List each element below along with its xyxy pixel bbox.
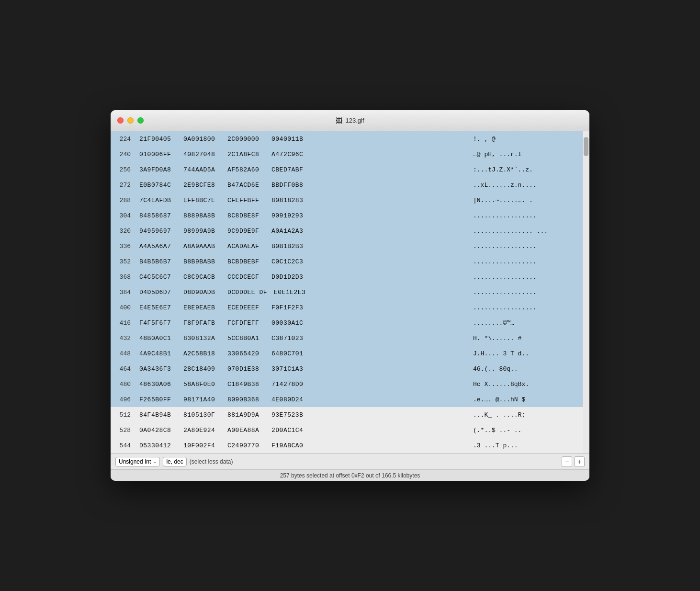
- table-row[interactable]: 272E0B0784C2E9BCFE8B47ACD6EBBDFF0B8..xL.…: [111, 177, 583, 193]
- hex-group[interactable]: 2A80E924: [183, 427, 221, 434]
- hex-group[interactable]: A472C96C: [271, 151, 309, 158]
- hex-group[interactable]: 84858687: [139, 212, 177, 219]
- hex-group[interactable]: 00030A1C: [271, 319, 309, 327]
- hex-group[interactable]: 90919293: [271, 212, 309, 219]
- hex-group[interactable]: 58A8F0E0: [183, 381, 221, 388]
- hex-group[interactable]: 2D0AC1C4: [271, 427, 309, 434]
- hex-group[interactable]: 010006FF: [139, 151, 177, 158]
- hex-group[interactable]: 2C000000: [227, 136, 265, 143]
- hex-group[interactable]: 8105130F: [183, 411, 221, 419]
- table-row[interactable]: 51284F4B94B8105130F881A9D9A93E7523B...K_…: [111, 407, 583, 422]
- scrollbar[interactable]: [583, 131, 589, 453]
- hex-group[interactable]: E0B0784C: [139, 182, 177, 189]
- table-row[interactable]: 2887C4EAFDBEFF8BC7ECFEFFBFF80818283|N...…: [111, 193, 583, 208]
- hex-group[interactable]: C2490770: [227, 442, 265, 449]
- hex-group[interactable]: B8B9BABB: [183, 258, 221, 265]
- table-row[interactable]: 48048630A0658A8F0E0C1849B38714278D0Hc X.…: [111, 376, 583, 392]
- hex-group[interactable]: B4B5B6B7: [139, 258, 177, 265]
- table-row[interactable]: 544D533041210F002F4C2490770F19ABCA0.3 ..…: [111, 438, 583, 453]
- hex-group[interactable]: 6480C701: [271, 350, 309, 357]
- hex-group[interactable]: 3A9FD0A8: [139, 166, 177, 173]
- table-row[interactable]: 4640A3436F328C18409070D1E383071C1A3 46.(…: [111, 361, 583, 376]
- hex-group[interactable]: 8308132A: [183, 335, 221, 342]
- hex-group[interactable]: 48B0A0C1: [139, 335, 177, 342]
- hex-group[interactable]: 48630A06: [139, 381, 177, 388]
- hex-group[interactable]: 33065420: [227, 350, 265, 357]
- hex-group[interactable]: 28C18409: [183, 365, 221, 373]
- hex-group[interactable]: 3071C1A3: [271, 365, 309, 373]
- hex-group[interactable]: 88898A8B: [183, 212, 221, 219]
- hex-group[interactable]: 4A9C48B1: [139, 350, 177, 357]
- endian-dropdown[interactable]: le, dec: [163, 457, 186, 466]
- hex-group[interactable]: E8E9EAEB: [183, 304, 221, 311]
- hex-group[interactable]: D0D1D2D3: [271, 273, 309, 281]
- hex-group[interactable]: 21F90405: [139, 136, 177, 143]
- hex-group[interactable]: A00EA88A: [227, 427, 265, 434]
- hex-group[interactable]: 0040011B: [271, 136, 309, 143]
- hex-group[interactable]: AF582A60: [227, 166, 265, 173]
- hex-group[interactable]: C1849B38: [227, 381, 265, 388]
- hex-group[interactable]: A2C58B18: [183, 350, 221, 357]
- hex-group[interactable]: 10F002F4: [183, 442, 221, 449]
- hex-group[interactable]: 40827048: [183, 151, 221, 158]
- hex-group[interactable]: 881A9D9A: [227, 411, 265, 419]
- hex-group[interactable]: F0F1F2F3: [271, 304, 309, 311]
- hex-group[interactable]: 2E9BCFE8: [183, 182, 221, 189]
- hex-group[interactable]: 93E7523B: [271, 411, 309, 419]
- table-row[interactable]: 384D4D5D6D7D8D9DADBDCDDDEE DFE0E1E2E3...…: [111, 284, 583, 300]
- hex-group[interactable]: B47ACD6E: [227, 182, 265, 189]
- hex-group[interactable]: D4D5D6D7: [139, 289, 177, 296]
- hex-group[interactable]: BCBDBEBF: [227, 258, 265, 265]
- hex-group[interactable]: E0E1E2E3: [274, 289, 311, 296]
- hex-group[interactable]: CBED7ABF: [271, 166, 309, 173]
- table-row[interactable]: 336A4A5A6A7A8A9AAABACADAEAFB0B1B2B3.....…: [111, 239, 583, 254]
- hex-group[interactable]: 0A001800: [183, 136, 221, 143]
- hex-group[interactable]: 714278D0: [271, 381, 309, 388]
- hex-group[interactable]: 5CC8B0A1: [227, 335, 265, 342]
- table-row[interactable]: 5280A0428C82A80E924A00EA88A2D0AC1C4 (.*.…: [111, 422, 583, 438]
- hex-group[interactable]: B0B1B2B3: [271, 243, 309, 250]
- hex-scroll-area[interactable]: 22421F904050A0018002C0000000040011B!. , …: [111, 131, 583, 453]
- maximize-button[interactable]: [137, 117, 144, 124]
- table-row[interactable]: 496F265B0FF98171A408090B3684E080D24.e.….…: [111, 392, 583, 407]
- table-row[interactable]: 416F4F5F6F7F8F9FAFBFCFDFEFF00030A1C.....…: [111, 315, 583, 330]
- hex-group[interactable]: C4C5C6C7: [139, 273, 177, 281]
- hex-group[interactable]: 7C4EAFDB: [139, 197, 177, 204]
- hex-group[interactable]: FCFDFEFF: [227, 319, 265, 327]
- hex-group[interactable]: 070D1E38: [227, 365, 265, 373]
- hex-group[interactable]: DCDDDEE DF: [227, 289, 267, 296]
- hex-group[interactable]: C3871023: [271, 335, 309, 342]
- hex-group[interactable]: ACADAEAF: [227, 243, 265, 250]
- hex-group[interactable]: F8F9FAFB: [183, 319, 221, 327]
- hex-group[interactable]: C8C9CACB: [183, 273, 221, 281]
- minimize-button[interactable]: [127, 117, 134, 124]
- table-row[interactable]: 3209495969798999A9B9C9D9E9FA0A1A2A3.....…: [111, 223, 583, 239]
- table-row[interactable]: 368C4C5C6C7C8C9CACBCCCDCECFD0D1D2D3.....…: [111, 269, 583, 284]
- hex-group[interactable]: EFF8BC7E: [183, 197, 221, 204]
- hex-group[interactable]: 98171A40: [183, 396, 221, 403]
- hex-group[interactable]: 4E080D24: [271, 396, 309, 403]
- hex-group[interactable]: A0A1A2A3: [271, 227, 309, 235]
- hex-group[interactable]: F19ABCA0: [271, 442, 309, 449]
- hex-group[interactable]: 744AAD5A: [183, 166, 221, 173]
- hex-group[interactable]: 80818283: [271, 197, 309, 204]
- hex-group[interactable]: A8A9AAAB: [183, 243, 221, 250]
- table-row[interactable]: 2563A9FD0A8744AAD5AAF582A60CBED7ABF:...t…: [111, 162, 583, 177]
- hex-group[interactable]: 94959697: [139, 227, 177, 235]
- hex-group[interactable]: A4A5A6A7: [139, 243, 177, 250]
- table-row[interactable]: 400E4E5E6E7E8E9EAEBECEDEEEFF0F1F2F3.....…: [111, 300, 583, 315]
- hex-group[interactable]: D8D9DADB: [183, 289, 221, 296]
- hex-group[interactable]: 9C9D9E9F: [227, 227, 265, 235]
- zoom-out-button[interactable]: −: [562, 456, 572, 467]
- hex-group[interactable]: D5330412: [139, 442, 177, 449]
- hex-group[interactable]: ECEDEEEF: [227, 304, 265, 311]
- table-row[interactable]: 22421F904050A0018002C0000000040011B!. , …: [111, 131, 583, 147]
- hex-group[interactable]: 8C8D8E8F: [227, 212, 265, 219]
- hex-group[interactable]: F265B0FF: [139, 396, 177, 403]
- table-row[interactable]: 240010006FF408270482C1A8FC8A472C96C…@ pH…: [111, 147, 583, 162]
- hex-group[interactable]: 98999A9B: [183, 227, 221, 235]
- scroll-thumb[interactable]: [584, 137, 588, 156]
- hex-group[interactable]: 2C1A8FC8: [227, 151, 265, 158]
- hex-group[interactable]: C0C1C2C3: [271, 258, 309, 265]
- hex-group[interactable]: BBDFF0B8: [271, 182, 309, 189]
